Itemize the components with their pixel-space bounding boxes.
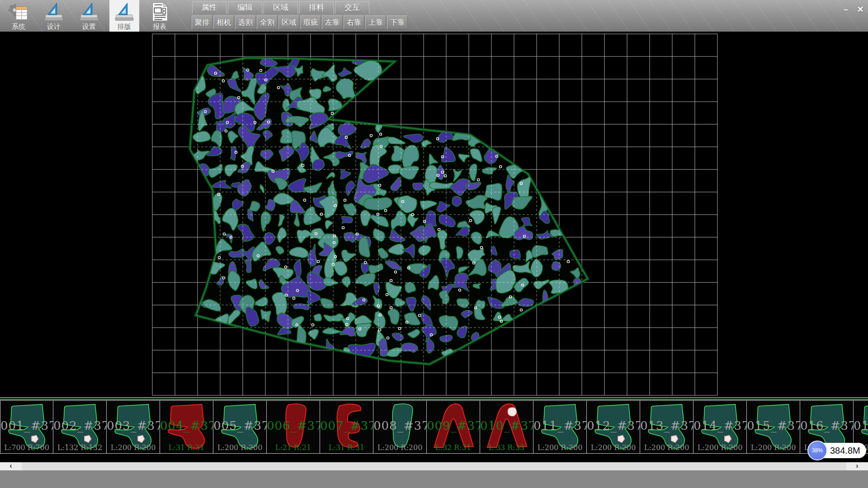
- tool-button-align-left[interactable]: 左靠: [322, 15, 343, 29]
- thumbnail-cell[interactable]: 001_#37L:700 R:700: [0, 401, 53, 453]
- tool-button-zone[interactable]: 区域: [278, 15, 299, 29]
- menu-button-interact[interactable]: 交互: [335, 1, 369, 14]
- thumbnail-lr-info: L:200 R:200: [107, 443, 160, 452]
- memory-badge: 38% 384.8M: [808, 443, 866, 458]
- main-button-report[interactable]: 报表: [145, 0, 175, 32]
- tool-button-camera[interactable]: 相机: [213, 15, 234, 29]
- minimize-button[interactable]: –: [840, 4, 852, 15]
- thumbnail-id: 003_#37: [107, 419, 160, 432]
- thumbnail-lr-info: L:32 R:31: [427, 443, 480, 452]
- thumbnail-cell[interactable]: 012_#37L:200 R:200: [587, 401, 640, 453]
- thumbnail-lr-info: L:200 R:200: [640, 443, 693, 452]
- main-button-settings[interactable]: 设置: [74, 0, 104, 32]
- thumbnail-cells: 001_#37L:700 R:700002_#37L:132 R:132003_…: [0, 400, 868, 454]
- thumbnail-id: 017_#37: [854, 419, 868, 432]
- strip-separator-line: [0, 397, 868, 398]
- thumbnail-id: 014_#37: [693, 419, 746, 432]
- main-button-nesting[interactable]: 排版: [109, 0, 139, 32]
- tool-button-align-bottom[interactable]: 下靠: [387, 15, 408, 29]
- tool-button-cut-all[interactable]: 全割: [257, 15, 278, 29]
- thumbnail-id: 009_#37: [427, 419, 480, 432]
- thumbnail-lr-info: L:200 R:200: [533, 443, 586, 452]
- thumbnail-id: 007_#37: [320, 419, 373, 432]
- main-button-system[interactable]: 系统: [4, 0, 33, 32]
- menu-button-edit[interactable]: 编辑: [228, 1, 262, 14]
- thumbnail-cell[interactable]: 002_#37L:132 R:132: [53, 401, 107, 453]
- main-button-label: 设计: [47, 23, 61, 31]
- scrollbar-thumb[interactable]: [22, 462, 846, 470]
- thumbnail-id: 010_#37: [480, 419, 533, 432]
- thumbnail-lr-info: L:200 R:200: [587, 443, 640, 452]
- progress-percent-badge: 38%: [807, 441, 827, 460]
- ruler-icon: [114, 1, 135, 22]
- thumbnail-id: 015_#37: [747, 419, 800, 432]
- menu-button-properties[interactable]: 属性: [192, 1, 226, 14]
- thumbnail-id: 011_#37: [533, 419, 586, 432]
- thumbnail-id: 013_#37: [640, 419, 693, 432]
- thumbnail-id: 004_#37: [160, 419, 213, 432]
- application-window: { "window": { "minimize_glyph": "–", "cl…: [0, 0, 868, 488]
- thumbnail-id: 001_#37: [0, 419, 53, 432]
- thumbnail-lr-info: L:200 R:200: [373, 443, 426, 452]
- thumbnail-lr-info: L:200 R:200: [693, 443, 746, 452]
- gear-table-icon: [8, 1, 29, 22]
- parts-thumbnail-strip: 001_#37L:700 R:700002_#37L:132 R:132003_…: [0, 397, 868, 462]
- thumbnail-id: 016_#37: [800, 419, 853, 432]
- tool-button-select-cut[interactable]: 选割: [235, 15, 256, 29]
- main-button-label: 系统: [12, 23, 25, 31]
- thumbnail-cell[interactable]: 013_#37L:200 R:200: [640, 401, 693, 453]
- thumbnail-cell[interactable]: 005_#37L:200 R:200: [213, 401, 267, 453]
- thumbnail-cell[interactable]: 008_#37L:200 R:200: [373, 401, 427, 453]
- main-button-label: 排版: [118, 23, 131, 31]
- thumbnail-lr-info: L:21 R:21: [267, 443, 320, 452]
- main-button-label: 报表: [153, 23, 166, 31]
- memory-usage-label: 384.8M: [830, 443, 860, 458]
- thumbnail-id: 006_#37: [267, 419, 320, 432]
- thumbnail-lr-info: L:33 R:33: [480, 443, 533, 452]
- toolbar: 系统设计设置排版报表 属性编辑区域排料交互 聚排相机选割全割区域瑕疵左靠右靠上靠…: [0, 0, 868, 32]
- hide-layout-drawing: [0, 32, 868, 399]
- strip-separator-line: [0, 399, 868, 400]
- thumbnail-id: 008_#37: [373, 419, 426, 432]
- tool-button-align-top[interactable]: 上靠: [365, 15, 386, 29]
- thumbnail-id: 005_#37: [213, 419, 266, 432]
- ruler-icon: [79, 1, 99, 22]
- thumbnail-lr-info: L:700 R:700: [0, 443, 53, 452]
- thumbnail-id: 012_#37: [587, 419, 640, 432]
- tool-button-defect[interactable]: 瑕疵: [300, 15, 321, 29]
- main-button-design[interactable]: 设计: [39, 0, 69, 32]
- close-button[interactable]: ✕: [854, 4, 866, 15]
- thumbnail-cell[interactable]: 014_#37L:200 R:200: [693, 401, 747, 453]
- scroll-right-button[interactable]: ›: [846, 462, 868, 470]
- nesting-canvas[interactable]: [0, 32, 868, 399]
- thumbnail-cell[interactable]: 003_#37L:200 R:200: [107, 401, 160, 453]
- tool-button-cluster-nest[interactable]: 聚排: [192, 15, 212, 29]
- thumbnail-lr-info: L:31 R:31: [160, 443, 213, 452]
- horizontal-scrollbar[interactable]: ‹ ›: [0, 462, 868, 470]
- thumbnail-cell[interactable]: 010_#37L:33 R:33: [480, 401, 533, 453]
- thumbnail-cell[interactable]: 007_#37L:31 R:31: [320, 401, 373, 453]
- tool-button-align-right[interactable]: 右靠: [344, 15, 364, 29]
- thumbnail-lr-info: L:31 R:31: [320, 443, 373, 452]
- thumbnail-id: 002_#37: [53, 419, 106, 432]
- menu-button-region[interactable]: 区域: [264, 1, 298, 14]
- thumbnail-cell[interactable]: 009_#37L:32 R:31: [427, 401, 480, 453]
- menu-button-nest[interactable]: 排料: [299, 1, 334, 14]
- thumbnail-lr-info: L:200 R:200: [747, 443, 800, 452]
- thumbnail-cell[interactable]: 011_#37L:200 R:200: [533, 401, 587, 453]
- thumbnail-cell[interactable]: 004_#37L:31 R:31: [160, 401, 213, 453]
- report-icon: [149, 1, 170, 22]
- status-bar: [0, 470, 868, 488]
- thumbnail-cell[interactable]: 015_#37L:200 R:200: [747, 401, 800, 453]
- ruler-icon: [43, 1, 64, 22]
- thumbnail-cell[interactable]: 006_#37L:21 R:21: [267, 401, 320, 453]
- main-button-label: 设置: [82, 23, 96, 31]
- scroll-left-button[interactable]: ‹: [0, 462, 22, 470]
- thumbnail-lr-info: L:132 R:132: [53, 443, 106, 452]
- thumbnail-lr-info: L:200 R:200: [213, 443, 266, 452]
